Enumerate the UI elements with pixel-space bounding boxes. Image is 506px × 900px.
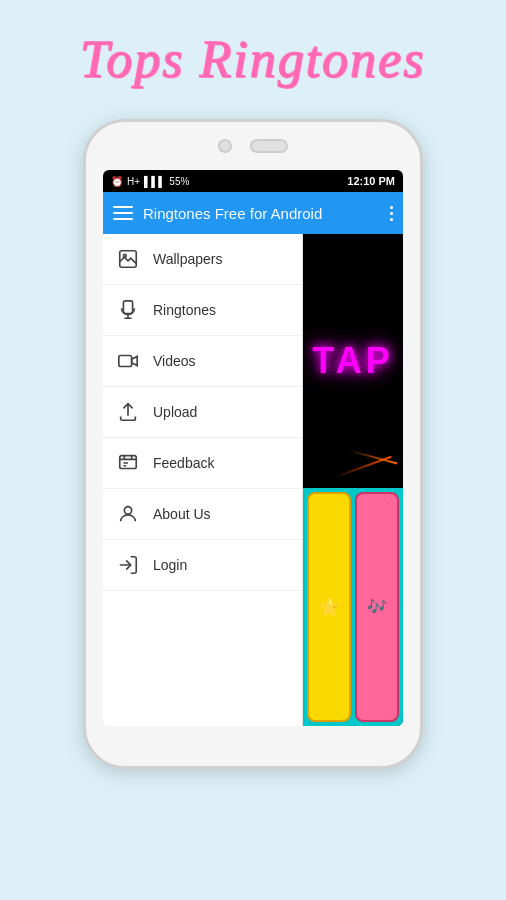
ringtones-icon [117,299,139,321]
menu-item-videos[interactable]: Videos [103,336,302,387]
menu-item-aboutus[interactable]: About Us [103,489,302,540]
cartoon-panel: ⭐ 🎶 [303,488,403,726]
alarm-icon: ⏰ [111,176,123,187]
menu-label-wallpapers: Wallpapers [153,251,223,267]
wallpapers-icon [117,248,139,270]
tap-panel: TAP [303,234,403,488]
menu-item-ringtones[interactable]: Ringtones [103,285,302,336]
videos-icon [117,350,139,372]
phone-shell: ⏰ H+ ▌▌▌ 55% 12:10 PM Ringtones Free for… [83,119,423,769]
svg-rect-2 [123,301,132,314]
page-title: Tops Ringtones [80,30,425,89]
phone-bottom [86,736,420,766]
app-bar-title: Ringtones Free for Android [143,205,380,222]
menu-label-ringtones: Ringtones [153,302,216,318]
svg-point-1 [123,254,126,257]
menu-label-feedback: Feedback [153,455,214,471]
more-options-icon[interactable] [390,206,393,221]
status-left: ⏰ H+ ▌▌▌ 55% [111,176,343,187]
hamburger-menu-icon[interactable] [113,206,133,220]
speaker-grille [250,139,288,153]
menu-label-upload: Upload [153,404,197,420]
menu-label-videos: Videos [153,353,196,369]
menu-item-login[interactable]: Login [103,540,302,591]
front-camera [218,139,232,153]
phone-top-area [86,122,420,170]
aboutus-icon [117,503,139,525]
phone-screen: ⏰ H+ ▌▌▌ 55% 12:10 PM Ringtones Free for… [103,170,403,726]
menu-item-wallpapers[interactable]: Wallpapers [103,234,302,285]
screen-content: Wallpapers Ringtones Videos [103,234,403,726]
login-icon [117,554,139,576]
hplus-indicator: H+ [127,176,140,187]
feedback-icon [117,452,139,474]
svg-rect-3 [119,356,132,367]
upload-icon [117,401,139,423]
menu-item-upload[interactable]: Upload [103,387,302,438]
battery-indicator: 55% [169,176,189,187]
cartoon-thumb-2: 🎶 [355,492,399,722]
signal-icon: ▌▌▌ [144,176,165,187]
status-time: 12:10 PM [347,175,395,187]
menu-label-login: Login [153,557,187,573]
right-panel: TAP ⭐ 🎶 [303,234,403,726]
volume-button [420,302,423,352]
menu-label-aboutus: About Us [153,506,211,522]
navigation-drawer: Wallpapers Ringtones Videos [103,234,303,726]
svg-rect-4 [120,456,137,469]
tap-text: TAP [312,340,393,382]
status-bar: ⏰ H+ ▌▌▌ 55% 12:10 PM [103,170,403,192]
menu-item-feedback[interactable]: Feedback [103,438,302,489]
cartoon-thumb-1: ⭐ [307,492,351,722]
app-bar: Ringtones Free for Android [103,192,403,234]
svg-point-5 [124,507,131,514]
